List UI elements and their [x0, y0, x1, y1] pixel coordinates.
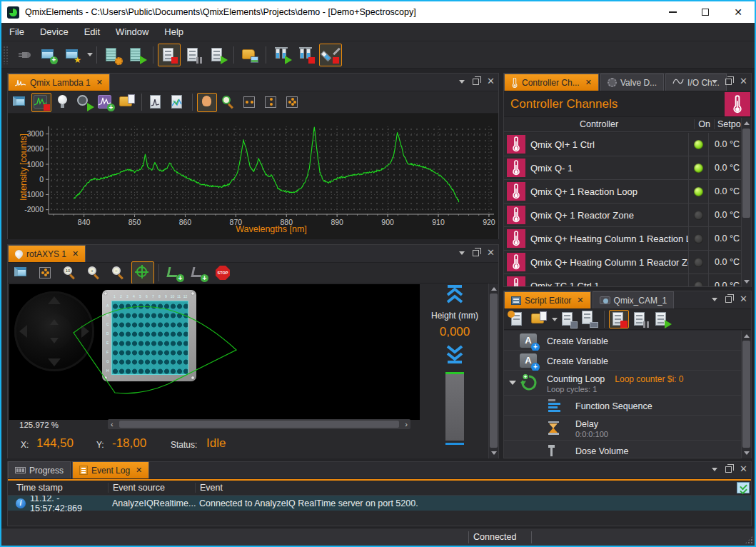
panel-float-icon[interactable] [725, 79, 732, 85]
on-cell[interactable] [688, 180, 708, 203]
tab-close-icon[interactable]: ✕ [72, 249, 79, 259]
wellplate[interactable]: 123456789101112 ABCDEFGH [102, 290, 196, 381]
zoom-vertical-button[interactable] [261, 93, 281, 112]
toolbar-grip[interactable] [3, 46, 9, 64]
zoom-free-button[interactable] [283, 93, 303, 112]
menu-file[interactable]: File [1, 23, 32, 41]
scroll-right-icon[interactable]: › [405, 420, 408, 428]
on-led[interactable] [694, 187, 703, 196]
tab-valve-devices[interactable]: Valve D... [600, 74, 664, 91]
record-script-button[interactable] [609, 310, 629, 328]
script-item[interactable]: A+Create Variable [504, 351, 741, 371]
joystick-left-icon[interactable] [19, 325, 27, 338]
chevron-down-icon[interactable] [509, 381, 516, 385]
pause-process-button[interactable] [182, 44, 205, 66]
configure-process-button[interactable] [101, 44, 124, 66]
on-led[interactable] [694, 140, 703, 149]
move-target-button[interactable] [131, 261, 154, 284]
panel-float-icon[interactable] [725, 296, 732, 303]
on-cell[interactable] [688, 227, 708, 250]
tab-qmix-cam[interactable]: Qmix_CAM_1 [593, 291, 675, 308]
panel-float-icon[interactable] [725, 466, 732, 473]
save-script-as-button[interactable] [580, 310, 600, 328]
plate-wells[interactable] [111, 301, 188, 375]
panel-menu-icon[interactable] [459, 251, 465, 255]
tab-progress[interactable]: Progress [8, 461, 71, 478]
play-process-button[interactable] [206, 44, 229, 66]
minimize-button[interactable] [656, 1, 689, 23]
table-row[interactable]: Qmix Q+ 1 Reaction Loop0.0 °C [504, 180, 741, 204]
menu-device[interactable]: Device [32, 23, 76, 41]
script-item[interactable]: Function Sequence [504, 396, 741, 416]
scroll-down-icon[interactable] [744, 280, 750, 283]
tab-event-log[interactable]: Event Log ✕ [72, 461, 149, 478]
spectrum-folder-button[interactable] [117, 93, 137, 112]
setpoint-value[interactable]: 0.0 °C [708, 133, 741, 156]
on-led[interactable] [694, 281, 703, 287]
panel-float-icon[interactable] [473, 79, 479, 85]
on-cell[interactable] [688, 133, 708, 156]
spectrum-add-button[interactable]: + [96, 93, 116, 112]
panel-close-icon[interactable]: ✕ [740, 466, 747, 473]
table-row[interactable]: Qmix Q+ Heating Column 1 Reactor Zone0.0… [504, 251, 741, 274]
on-cell[interactable] [688, 204, 708, 226]
scrollbar-thumb[interactable] [119, 421, 399, 428]
column-controller[interactable]: Controller [504, 119, 694, 129]
fit-view-button[interactable] [34, 261, 57, 284]
joystick-center-down-icon[interactable] [50, 338, 59, 343]
stop-button[interactable]: STOP [212, 261, 235, 284]
panel-close-icon[interactable]: ✕ [487, 249, 495, 256]
setpoint-value[interactable]: 0.0 °C [708, 204, 741, 226]
dosing-run-button[interactable] [271, 44, 293, 66]
column-time-stamp[interactable]: Time stamp [8, 483, 108, 493]
column-event[interactable]: Event [195, 483, 737, 493]
on-led[interactable] [694, 258, 703, 267]
on-cell[interactable] [688, 274, 708, 286]
spectrum-chart[interactable]: 840850860870880890900910920-2000-1000010… [8, 114, 498, 239]
thermometer-button[interactable] [725, 92, 750, 116]
save-script-button[interactable] [558, 310, 578, 328]
height-gauge[interactable] [445, 372, 464, 441]
run-process-button[interactable] [126, 44, 148, 66]
open-script-caret-icon[interactable] [552, 318, 558, 321]
spectrum-document-button[interactable] [146, 93, 166, 112]
menu-window[interactable]: Window [108, 23, 156, 41]
panel-close-icon[interactable]: ✕ [740, 78, 747, 85]
on-led[interactable] [694, 164, 703, 173]
table-row[interactable]: Qmix Q+ Heating Column 1 Reaction Loop0.… [504, 227, 741, 251]
event-checklist-icon[interactable] [737, 482, 750, 493]
record-process-button[interactable] [158, 44, 181, 66]
scrollbar-thumb[interactable] [490, 293, 498, 448]
new-script-button[interactable] [508, 310, 528, 328]
setpoint-value[interactable]: 0.0 °C [708, 180, 741, 203]
joystick-up-icon[interactable] [48, 296, 61, 304]
script-item[interactable]: Dose Volume [504, 441, 741, 458]
zoom-select-button[interactable] [218, 93, 238, 112]
joystick-center[interactable] [36, 313, 72, 349]
panel-menu-icon[interactable] [712, 468, 717, 471]
move-to-position-button[interactable]: + [163, 261, 186, 284]
tab-qmix-lambda-1[interactable]: Qmix Lambda 1 ✕ [8, 74, 110, 91]
on-cell[interactable] [688, 156, 708, 179]
resize-grip[interactable] [745, 536, 753, 544]
spectrum-export-button[interactable] [168, 93, 188, 112]
joystick-center-up-icon[interactable] [50, 319, 59, 325]
position-canvas[interactable]: 123456789101112 ABCDEFGH [9, 284, 420, 420]
dosing-edit-record-button[interactable] [319, 44, 342, 66]
scroll-up-icon[interactable] [744, 121, 750, 125]
zoom-horizontal-button[interactable] [240, 93, 260, 112]
table-row[interactable]: Qmix TC 1 Ctrl 10.0 °C [504, 274, 741, 286]
panel-menu-icon[interactable] [712, 298, 717, 301]
column-event-source[interactable]: Event source [108, 483, 195, 493]
log-row[interactable]: i11.12. - 15:57:42:869AnalyzeIQRealtime.… [8, 496, 751, 511]
column-on[interactable]: On [694, 119, 714, 129]
dosing-record-button[interactable] [295, 44, 318, 66]
script-item[interactable]: Delay0:0:0:100 [504, 416, 741, 441]
panel-toggle-button[interactable] [10, 93, 30, 112]
horizontal-scrollbar[interactable]: ‹ › [108, 419, 410, 429]
menu-edit[interactable]: Edit [76, 23, 108, 41]
column-setpoint[interactable]: Setpoint [714, 119, 742, 129]
tab-close-icon[interactable]: ✕ [577, 296, 583, 305]
scroll-up-icon[interactable] [744, 334, 750, 338]
tab-controller-channels[interactable]: Controller Ch... ✕ [504, 74, 599, 91]
